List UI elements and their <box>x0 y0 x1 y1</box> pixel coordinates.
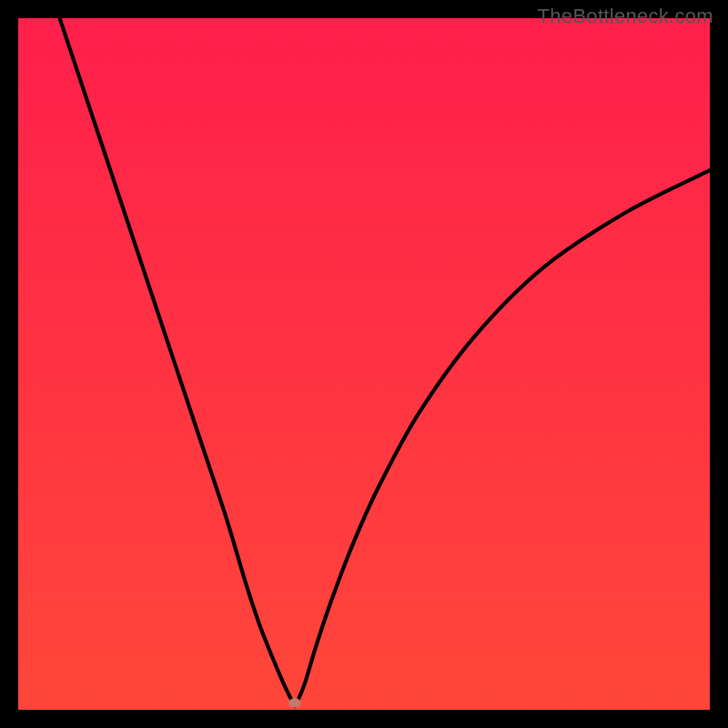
watermark-text: TheBottleneck.com <box>538 5 713 28</box>
chart-container: TheBottleneck.com <box>0 0 728 728</box>
svg-rect-0 <box>18 18 710 710</box>
gradient-background <box>18 18 710 710</box>
